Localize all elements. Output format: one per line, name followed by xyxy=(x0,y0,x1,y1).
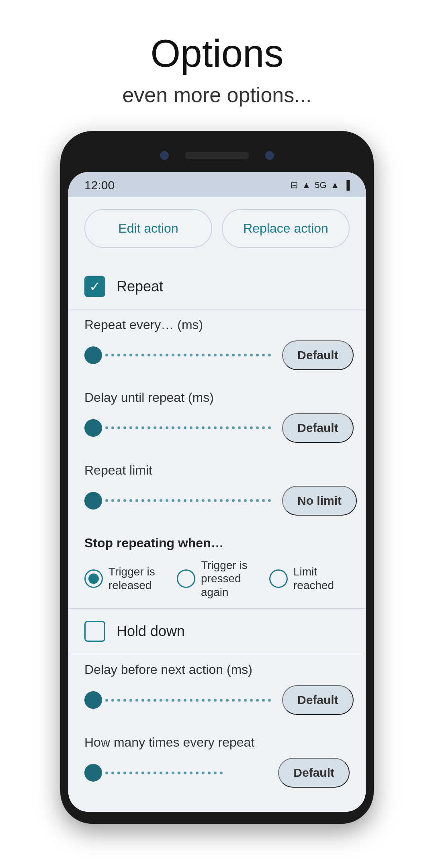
how-many-times-section: How many times every repeat Default xyxy=(84,727,350,800)
radio-label-trigger-released: Trigger is released xyxy=(108,565,165,592)
radio-option-trigger-released[interactable]: Trigger is released xyxy=(84,565,165,592)
radio-option-pressed-again[interactable]: Trigger is pressed again xyxy=(177,559,257,599)
delay-next-action-thumb[interactable] xyxy=(84,691,102,709)
status-time: 12:00 xyxy=(84,178,115,192)
repeat-every-value[interactable]: Default xyxy=(282,340,354,370)
delay-next-action-value[interactable]: Default xyxy=(282,685,354,715)
network-label: 5G xyxy=(315,180,326,190)
delay-next-action-slider-row: Default xyxy=(84,685,350,715)
wifi-icon: ▲ xyxy=(302,180,311,190)
delay-repeat-dots xyxy=(102,426,274,429)
radio-option-limit-reached[interactable]: Limit reached xyxy=(269,565,350,592)
status-icons: ⊟ ▲ 5G ▲ ▐ xyxy=(291,180,350,190)
how-many-times-slider-row: Default xyxy=(84,758,350,788)
signal-icon: ▲ xyxy=(331,180,340,190)
checkmark-icon: ✓ xyxy=(89,280,100,293)
repeat-limit-dots xyxy=(102,499,274,502)
phone-speaker xyxy=(185,152,249,159)
app-content: Edit action Replace action ✓ Repeat Repe… xyxy=(68,197,366,812)
shield-icon: ⊟ xyxy=(291,180,298,190)
hold-down-checkbox-row[interactable]: Hold down xyxy=(84,609,350,654)
stop-repeating-label: Stop repeating when… xyxy=(84,536,350,551)
replace-action-button[interactable]: Replace action xyxy=(222,209,350,248)
repeat-checkbox-row[interactable]: ✓ Repeat xyxy=(84,264,350,309)
how-many-times-dots xyxy=(102,772,270,774)
delay-repeat-value[interactable]: Default xyxy=(282,413,354,443)
repeat-every-slider-row: Default xyxy=(84,340,350,370)
repeat-every-section: Repeat every… (ms) Default xyxy=(84,309,350,382)
how-many-times-value[interactable]: Default xyxy=(278,758,350,788)
repeat-limit-value[interactable]: No limit xyxy=(282,486,357,516)
repeat-every-track[interactable] xyxy=(84,346,274,364)
radio-inner-trigger-released xyxy=(88,573,99,584)
delay-repeat-track[interactable] xyxy=(84,419,274,437)
delay-next-action-section: Delay before next action (ms) Default xyxy=(84,654,350,727)
how-many-times-label: How many times every repeat xyxy=(84,735,350,750)
radio-label-pressed-again: Trigger is pressed again xyxy=(201,559,257,599)
delay-repeat-slider-row: Default xyxy=(84,413,350,443)
phone-screen: 12:00 ⊟ ▲ 5G ▲ ▐ Edit action Replace act… xyxy=(68,172,366,812)
delay-repeat-thumb[interactable] xyxy=(84,419,102,437)
how-many-times-track[interactable] xyxy=(84,764,270,782)
page-header: Options even more options... xyxy=(122,0,311,131)
hold-down-label: Hold down xyxy=(117,623,185,640)
repeat-label: Repeat xyxy=(117,278,163,295)
page-title: Options xyxy=(122,32,311,75)
repeat-limit-label: Repeat limit xyxy=(84,463,350,478)
repeat-every-dots xyxy=(102,354,274,356)
radio-label-limit-reached: Limit reached xyxy=(293,565,350,592)
radio-circle-pressed-again[interactable] xyxy=(177,569,195,588)
delay-repeat-label: Delay until repeat (ms) xyxy=(84,390,350,405)
how-many-times-thumb[interactable] xyxy=(84,764,102,782)
phone-frame: 12:00 ⊟ ▲ 5G ▲ ▐ Edit action Replace act… xyxy=(60,131,374,824)
stop-repeating-section: Stop repeating when… Trigger is released… xyxy=(84,528,350,609)
repeat-limit-thumb[interactable] xyxy=(84,492,102,510)
edit-action-button[interactable]: Edit action xyxy=(84,209,212,248)
stop-repeating-radio-group: Trigger is released Trigger is pressed a… xyxy=(84,559,350,599)
radio-circle-limit-reached[interactable] xyxy=(269,569,288,588)
delay-repeat-section: Delay until repeat (ms) Default xyxy=(84,382,350,455)
status-bar: 12:00 ⊟ ▲ 5G ▲ ▐ xyxy=(68,172,366,197)
delay-next-action-label: Delay before next action (ms) xyxy=(84,662,350,677)
delay-next-action-dots xyxy=(102,699,274,702)
delay-next-action-track[interactable] xyxy=(84,691,274,709)
repeat-limit-track[interactable] xyxy=(84,492,274,510)
repeat-every-thumb[interactable] xyxy=(84,346,102,364)
camera-dot-left xyxy=(160,151,169,160)
page-subtitle: even more options... xyxy=(122,83,311,107)
phone-top xyxy=(68,143,366,172)
hold-down-checkbox[interactable] xyxy=(84,621,105,642)
battery-icon: ▐ xyxy=(343,180,350,190)
camera-dot-right xyxy=(265,151,274,160)
repeat-every-label: Repeat every… (ms) xyxy=(84,317,350,332)
repeat-limit-slider-row: No limit xyxy=(84,486,350,516)
action-buttons-row: Edit action Replace action xyxy=(84,209,350,248)
radio-circle-trigger-released[interactable] xyxy=(84,569,103,588)
repeat-limit-section: Repeat limit No limit xyxy=(84,455,350,528)
repeat-checkbox[interactable]: ✓ xyxy=(84,276,105,297)
